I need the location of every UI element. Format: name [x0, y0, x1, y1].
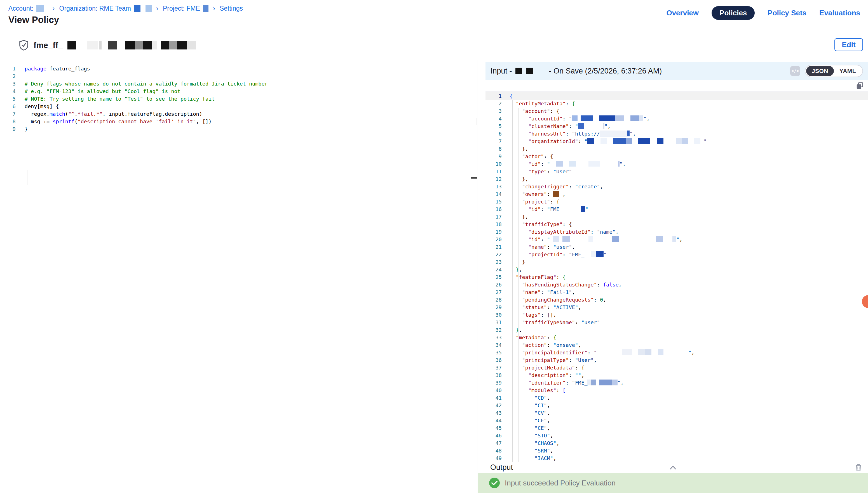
policy-name: fme_ff_ [34, 41, 63, 50]
code-token [584, 252, 590, 257]
code-line: 2 [0, 72, 477, 80]
nav-item-policies[interactable]: Policies [711, 6, 755, 20]
code-token [663, 350, 688, 356]
code-token: "hasPendingStatusChange" [522, 282, 597, 287]
nav-item-policy-sets[interactable]: Policy Sets [768, 9, 806, 17]
code-line: 22 "projectId": "FME_ " [485, 251, 868, 258]
evaluation-result-message: Input succeeded Policy Evaluation [505, 479, 615, 487]
collapse-chevron-icon[interactable] [669, 465, 677, 471]
code-token: " [584, 138, 587, 144]
code-token: { [556, 108, 559, 114]
nav-item-evaluations[interactable]: Evaluations [819, 9, 860, 17]
redacted-block [588, 161, 600, 167]
code-token: "principalType" [522, 357, 569, 363]
code-token: ( [65, 111, 68, 117]
code-token: " [575, 123, 578, 129]
redacted-block [672, 236, 676, 242]
nav-item-overview[interactable]: Overview [666, 9, 699, 17]
breadcrumb-link[interactable]: Settings [220, 5, 243, 12]
code-token: "User" [575, 357, 594, 363]
line-number: 9 [485, 153, 502, 160]
policy-name-row: fme_ff_ [18, 39, 196, 51]
code-token [509, 335, 516, 340]
redacted-block [187, 41, 196, 49]
line-number: 16 [485, 206, 502, 213]
code-token: "CF" [534, 417, 547, 423]
code-token: , [547, 403, 550, 408]
code-token: "pendingChangeRequests" [522, 297, 594, 303]
redacted-block [36, 5, 44, 12]
code-line: 13 "changeTrigger": "create", [485, 183, 868, 190]
line-number: 20 [485, 236, 502, 243]
output-label: Output [490, 463, 513, 472]
code-token: "description" [528, 372, 569, 378]
code-token: , [519, 327, 522, 333]
code-line: 41 "CD", [485, 394, 868, 402]
code-token: : [547, 169, 553, 174]
code-token: "accountId" [528, 116, 563, 122]
code-token: : [541, 236, 547, 242]
code-token: : [547, 191, 553, 197]
code-token [563, 161, 569, 167]
breadcrumb-link[interactable]: Account: [8, 5, 34, 12]
code-token: " [704, 138, 707, 144]
code-token: "FME_ [547, 206, 563, 212]
copy-icon[interactable] [856, 82, 864, 90]
redacted-block [87, 41, 98, 49]
code-token: , [600, 184, 603, 190]
redacted-block [553, 191, 559, 197]
line-number: 6 [0, 103, 16, 110]
rego-code-editor[interactable]: 1package feature_flags23# Deny flags who… [0, 60, 477, 493]
code-token: , [680, 236, 683, 242]
code-token [632, 350, 638, 356]
code-token: "tags" [522, 312, 541, 318]
indent-guide [519, 108, 519, 462]
code-token: } [25, 126, 28, 132]
code-token: : [541, 161, 547, 167]
code-token: regex. [25, 111, 49, 117]
code-token: , [553, 455, 556, 461]
format-controls: </> JSONYAML [790, 65, 863, 77]
input-json-editor[interactable]: 1{2 "entityMetadata": {3 "account": {4 "… [485, 92, 868, 462]
code-token: { [581, 365, 584, 370]
breadcrumb-link[interactable]: Project: FME [163, 5, 200, 12]
code-token: { [553, 335, 556, 340]
code-token [509, 266, 516, 273]
redacted-block [613, 138, 626, 144]
redacted-block [145, 5, 152, 12]
json-yaml-toggle[interactable]: JSONYAML [805, 65, 863, 77]
redacted-block [169, 41, 177, 49]
line-number: 17 [485, 213, 502, 220]
code-token: , [525, 214, 528, 220]
code-token [509, 259, 522, 265]
toggle-option-json[interactable]: JSON [806, 66, 834, 76]
code-token [607, 138, 613, 144]
code-token: "identifier" [528, 380, 566, 386]
code-token: { [556, 199, 559, 205]
code-line: 8 }, [485, 145, 868, 153]
code-token [509, 101, 516, 106]
trash-icon[interactable] [854, 464, 862, 472]
code-token [578, 116, 581, 122]
code-token [509, 403, 534, 408]
code-token: " [643, 116, 646, 122]
line-number: 25 [485, 273, 502, 281]
code-line: 30 "tags": [], [485, 311, 868, 319]
code-token: # NOTE: Try setting the name to "Test" t… [25, 96, 215, 102]
code-token: "Fail-1" [547, 289, 572, 295]
code-token: : [547, 335, 553, 340]
code-token: "metadata" [516, 335, 547, 340]
redacted-block [656, 236, 663, 242]
toggle-option-yaml[interactable]: YAML [834, 66, 862, 76]
redacted-block [588, 236, 593, 242]
code-token [509, 410, 534, 416]
breadcrumb-link[interactable]: Organization: RME Team [59, 5, 131, 12]
code-line: 17 }, [485, 213, 868, 220]
code-line: 27 "name": "Fail-1", [485, 288, 868, 296]
line-number: 32 [485, 326, 502, 334]
code-token [570, 236, 588, 242]
code-line: 37 "projectMetadata": { [485, 364, 868, 371]
edit-button[interactable]: Edit [834, 38, 863, 51]
output-bar: Output [478, 462, 868, 473]
code-line: 3 "account": { [485, 107, 868, 115]
